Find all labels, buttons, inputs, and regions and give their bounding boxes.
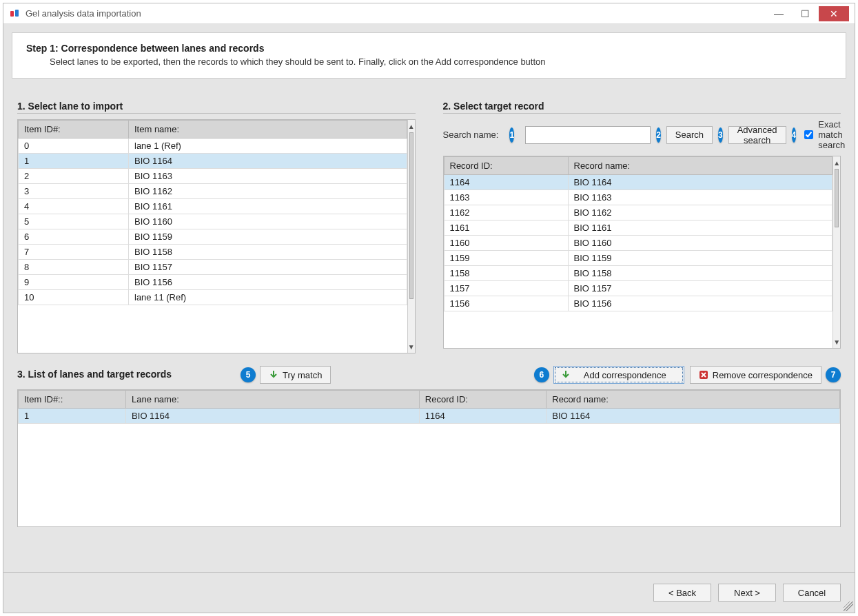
records-title: 2. Select target record — [443, 101, 841, 114]
table-row[interactable]: 4BIO 1161 — [19, 199, 407, 214]
records-section: 2. Select target record Search name: 1 2… — [443, 88, 841, 349]
table-row[interactable]: 9BIO 1156 — [19, 275, 407, 290]
table-row[interactable]: 8BIO 1157 — [19, 260, 407, 275]
corr-col-lane[interactable]: Lane name: — [126, 391, 420, 409]
maximize-button[interactable]: ☐ — [793, 6, 817, 21]
close-button[interactable]: ✕ — [819, 6, 849, 21]
table-row[interactable]: 0lane 1 (Ref) — [19, 138, 407, 154]
cell-name: BIO 1158 — [129, 245, 407, 260]
cell-name: BIO 1158 — [568, 266, 833, 281]
records-scrollbar[interactable]: ▲ ▼ — [833, 156, 840, 348]
next-button[interactable]: Next > — [718, 584, 776, 602]
lanes-title: 1. Select lane to import — [17, 101, 416, 114]
cell-name: BIO 1162 — [568, 205, 833, 220]
cell-id: 1 — [19, 154, 129, 169]
table-row[interactable]: 1162BIO 1162 — [444, 205, 833, 220]
table-row[interactable]: 7BIO 1158 — [19, 245, 407, 260]
corr-col-recid[interactable]: Record ID: — [419, 391, 546, 409]
cell-name: BIO 1160 — [568, 236, 833, 251]
search-button[interactable]: Search — [666, 126, 713, 144]
lanes-col-name[interactable]: Item name: — [129, 121, 407, 138]
minimize-button[interactable]: — — [766, 6, 791, 21]
exact-match-checkbox[interactable]: Exact match search — [801, 119, 845, 150]
cell-name: BIO 1157 — [568, 281, 833, 296]
cell-name: BIO 1162 — [129, 184, 407, 199]
table-row[interactable]: 1158BIO 1158 — [444, 266, 833, 281]
table-row[interactable]: 5BIO 1160 — [19, 214, 407, 229]
cell-id: 1160 — [444, 236, 568, 251]
table-row[interactable]: 1BIO 11641164BIO 1164 — [19, 409, 840, 424]
records-col-id[interactable]: Record ID: — [444, 157, 568, 175]
advanced-search-button[interactable]: Advanced search — [728, 126, 786, 144]
cancel-button[interactable]: Cancel — [783, 584, 841, 602]
wizard-footer: < Back Next > Cancel — [3, 572, 855, 613]
remove-correspondence-button[interactable]: Remove correspondence — [690, 366, 821, 384]
table-row[interactable]: 1164BIO 1164 — [444, 175, 833, 190]
cell-id: 5 — [19, 214, 129, 229]
annotation-2: 2 — [656, 127, 661, 143]
cell-name: BIO 1157 — [129, 260, 407, 275]
table-row[interactable]: 1161BIO 1161 — [444, 220, 833, 236]
cell-id: 0 — [19, 138, 129, 154]
records-table[interactable]: Record ID: Record name: 1164BIO 11641163… — [444, 156, 833, 311]
titlebar: Gel analysis data importation — ☐ ✕ — [3, 3, 855, 24]
cell-name: BIO 1160 — [129, 214, 407, 229]
corr-col-recname[interactable]: Record name: — [547, 391, 840, 409]
cell-name: BIO 1156 — [129, 275, 407, 290]
cell-id: 8 — [19, 260, 129, 275]
cell-id: 1157 — [444, 281, 568, 296]
cell-id: 9 — [19, 275, 129, 290]
cell-id: 1161 — [444, 220, 568, 236]
cell-id: 2 — [19, 169, 129, 184]
cell-name: BIO 1156 — [568, 296, 833, 311]
scroll-up-icon[interactable]: ▲ — [408, 120, 415, 132]
resize-grip-icon[interactable] — [844, 602, 853, 611]
table-row[interactable]: 1157BIO 1157 — [444, 281, 833, 296]
cell-id: 3 — [19, 184, 129, 199]
cell-id: 1162 — [444, 205, 568, 220]
correspondence-title: 3. List of lanes and target records — [17, 369, 172, 381]
add-correspondence-button[interactable]: Add correspondence — [553, 366, 684, 384]
lanes-table-wrap: Item ID#: Item name: 0lane 1 (Ref)1BIO 1… — [17, 119, 416, 353]
cell-name: BIO 1159 — [129, 229, 407, 245]
delete-x-icon — [699, 370, 708, 380]
corr-col-itemid[interactable]: Item ID#:: — [19, 391, 126, 409]
try-match-button[interactable]: Try match — [260, 366, 331, 384]
cell-name: BIO 1161 — [129, 199, 407, 214]
svg-rect-1 — [15, 10, 19, 17]
cell-name: BIO 1164 — [568, 175, 833, 190]
correspondence-table[interactable]: Item ID#:: Lane name: Record ID: Record … — [18, 390, 840, 424]
dialog-window: Gel analysis data importation — ☐ ✕ Step… — [3, 3, 855, 613]
lanes-col-id[interactable]: Item ID#: — [19, 121, 129, 138]
table-row[interactable]: 10lane 11 (Ref) — [19, 290, 407, 305]
search-row: Search name: 1 2 Search 3 Advanced searc… — [443, 119, 841, 150]
table-row[interactable]: 1156BIO 1156 — [444, 296, 833, 311]
exact-match-input[interactable] — [804, 130, 813, 139]
cell-name: BIO 1159 — [568, 251, 833, 266]
table-row[interactable]: 3BIO 1162 — [19, 184, 407, 199]
main-content: 1. Select lane to import Item ID#: Item … — [3, 83, 855, 572]
table-row[interactable]: 1159BIO 1159 — [444, 251, 833, 266]
cell-id: 4 — [19, 199, 129, 214]
table-row[interactable]: 1160BIO 1160 — [444, 236, 833, 251]
cell-id: 6 — [19, 229, 129, 245]
annotation-6: 6 — [534, 367, 549, 382]
records-col-name[interactable]: Record name: — [568, 157, 833, 175]
table-row[interactable]: 2BIO 1163 — [19, 169, 407, 184]
cell-recid: 1164 — [419, 409, 546, 424]
lanes-table[interactable]: Item ID#: Item name: 0lane 1 (Ref)1BIO 1… — [18, 120, 407, 305]
scroll-down-icon[interactable]: ▼ — [408, 340, 415, 353]
table-row[interactable]: 6BIO 1159 — [19, 229, 407, 245]
cell-id: 1158 — [444, 266, 568, 281]
scroll-down-icon[interactable]: ▼ — [833, 336, 840, 348]
annotation-5: 5 — [241, 367, 256, 382]
step-title: Step 1: Correspondence between lanes and… — [26, 43, 832, 54]
scroll-up-icon[interactable]: ▲ — [833, 156, 840, 169]
back-button[interactable]: < Back — [653, 584, 711, 602]
search-input[interactable] — [525, 126, 651, 144]
cell-id: 1159 — [444, 251, 568, 266]
wizard-header: Step 1: Correspondence between lanes and… — [12, 32, 846, 79]
lanes-scrollbar[interactable]: ▲ ▼ — [407, 120, 415, 353]
table-row[interactable]: 1BIO 1164 — [19, 154, 407, 169]
table-row[interactable]: 1163BIO 1163 — [444, 190, 833, 205]
